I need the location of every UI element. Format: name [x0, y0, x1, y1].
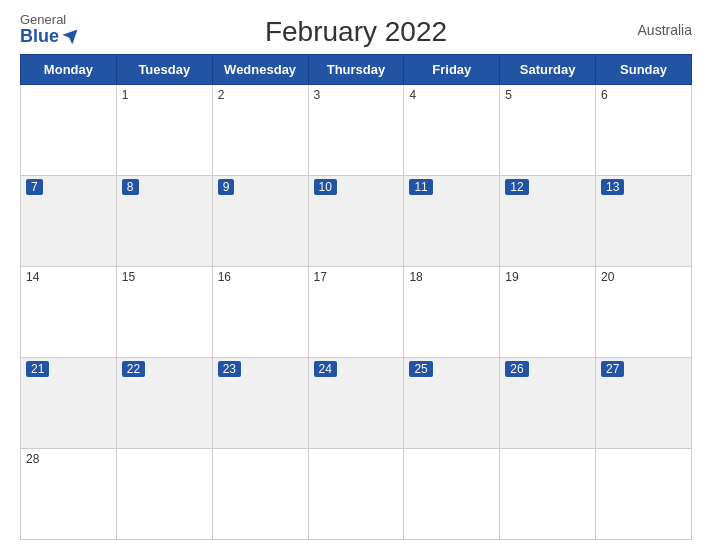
weekday-header-row: MondayTuesdayWednesdayThursdayFridaySatu… [21, 55, 692, 85]
calendar-cell: 20 [596, 267, 692, 358]
calendar-cell: 17 [308, 267, 404, 358]
calendar-cell: 14 [21, 267, 117, 358]
day-number: 10 [314, 179, 337, 195]
weekday-header-monday: Monday [21, 55, 117, 85]
calendar-cell: 21 [21, 358, 117, 449]
calendar-cell: 18 [404, 267, 500, 358]
day-number: 8 [122, 179, 139, 195]
calendar-cell: 8 [116, 176, 212, 267]
calendar-cell: 2 [212, 85, 308, 176]
country-label: Australia [638, 22, 692, 38]
day-number: 28 [26, 452, 39, 466]
calendar-cell: 23 [212, 358, 308, 449]
calendar-cell: 9 [212, 176, 308, 267]
calendar-cell: 7 [21, 176, 117, 267]
day-number: 4 [409, 88, 416, 102]
calendar-cell: 5 [500, 85, 596, 176]
day-number: 20 [601, 270, 614, 284]
calendar-cell: 13 [596, 176, 692, 267]
week-row-5: 28 [21, 449, 692, 540]
day-number: 13 [601, 179, 624, 195]
day-number: 11 [409, 179, 432, 195]
day-number: 12 [505, 179, 528, 195]
logo-blue: Blue [20, 27, 79, 47]
day-number: 2 [218, 88, 225, 102]
calendar-cell: 15 [116, 267, 212, 358]
logo-bird-icon [61, 28, 79, 46]
weekday-header-friday: Friday [404, 55, 500, 85]
calendar-cell: 10 [308, 176, 404, 267]
weekday-header-wednesday: Wednesday [212, 55, 308, 85]
day-number: 9 [218, 179, 235, 195]
calendar-cell: 26 [500, 358, 596, 449]
logo-general: General [20, 13, 66, 27]
weekday-header-tuesday: Tuesday [116, 55, 212, 85]
day-number: 7 [26, 179, 43, 195]
day-number: 22 [122, 361, 145, 377]
calendar-cell: 19 [500, 267, 596, 358]
day-number: 27 [601, 361, 624, 377]
calendar-cell: 12 [500, 176, 596, 267]
calendar-header: General Blue February 2022 Australia [20, 10, 692, 50]
calendar-table: MondayTuesdayWednesdayThursdayFridaySatu… [20, 54, 692, 540]
day-number: 26 [505, 361, 528, 377]
calendar-cell: 25 [404, 358, 500, 449]
calendar-cell [596, 449, 692, 540]
day-number: 1 [122, 88, 129, 102]
day-number: 18 [409, 270, 422, 284]
week-row-2: 78910111213 [21, 176, 692, 267]
calendar-cell [212, 449, 308, 540]
calendar-cell: 24 [308, 358, 404, 449]
week-row-3: 14151617181920 [21, 267, 692, 358]
day-number: 5 [505, 88, 512, 102]
calendar-cell: 6 [596, 85, 692, 176]
calendar-cell [116, 449, 212, 540]
calendar-cell: 11 [404, 176, 500, 267]
calendar-cell: 1 [116, 85, 212, 176]
day-number: 15 [122, 270, 135, 284]
calendar-cell: 22 [116, 358, 212, 449]
day-number: 6 [601, 88, 608, 102]
calendar-cell: 3 [308, 85, 404, 176]
day-number: 3 [314, 88, 321, 102]
calendar-cell: 4 [404, 85, 500, 176]
week-row-1: 123456 [21, 85, 692, 176]
day-number: 21 [26, 361, 49, 377]
calendar-cell [21, 85, 117, 176]
day-number: 16 [218, 270, 231, 284]
day-number: 19 [505, 270, 518, 284]
day-number: 17 [314, 270, 327, 284]
weekday-header-sunday: Sunday [596, 55, 692, 85]
week-row-4: 21222324252627 [21, 358, 692, 449]
page-title: February 2022 [265, 16, 447, 48]
day-number: 24 [314, 361, 337, 377]
calendar-cell: 16 [212, 267, 308, 358]
calendar-cell [500, 449, 596, 540]
weekday-header-thursday: Thursday [308, 55, 404, 85]
calendar-cell [308, 449, 404, 540]
day-number: 25 [409, 361, 432, 377]
calendar-cell: 28 [21, 449, 117, 540]
day-number: 14 [26, 270, 39, 284]
day-number: 23 [218, 361, 241, 377]
logo: General Blue [20, 13, 79, 47]
calendar-cell: 27 [596, 358, 692, 449]
calendar-cell [404, 449, 500, 540]
weekday-header-saturday: Saturday [500, 55, 596, 85]
